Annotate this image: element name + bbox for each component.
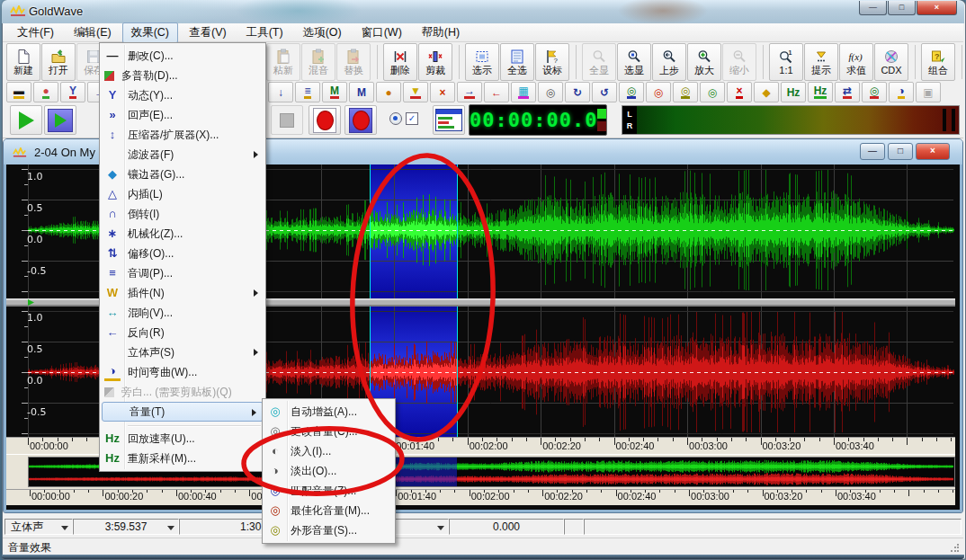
- effect-shortcut-button[interactable]: M: [349, 82, 374, 102]
- length-display[interactable]: 3:59.537: [73, 519, 179, 535]
- effect-shortcut-button[interactable]: ▬: [6, 82, 31, 102]
- effects-menu-item[interactable]: [101, 422, 264, 429]
- effects-menu-item[interactable]: W 插件(N): [101, 283, 264, 303]
- effect-shortcut-button[interactable]: Hz: [808, 82, 833, 102]
- effects-menu-item[interactable]: ↕ 压缩器/扩展器(X)...: [101, 125, 264, 145]
- effect-shortcut-button[interactable]: ◎: [538, 82, 563, 102]
- toolbar-button[interactable]: 11:1: [769, 43, 803, 81]
- effect-shortcut-button[interactable]: ×: [727, 82, 752, 102]
- effect-shortcut-button[interactable]: ●: [33, 82, 58, 102]
- toolbar-button[interactable]: f(x)求值: [839, 43, 873, 81]
- record-selection-button[interactable]: [344, 105, 377, 135]
- toolbar-button[interactable]: 替换: [336, 43, 371, 81]
- menu-bar-item[interactable]: 查看(V): [180, 22, 236, 43]
- toolbar-button[interactable]: ?组合: [921, 43, 955, 81]
- effect-shortcut-button[interactable]: ↺: [592, 82, 617, 102]
- toolbar-button[interactable]: 选显: [617, 43, 651, 81]
- effects-menu-item[interactable]: 音量(T): [102, 402, 264, 422]
- effect-shortcut-button[interactable]: ◆: [754, 82, 779, 102]
- effect-shortcut-button[interactable]: ≡: [295, 82, 320, 102]
- monitor-checkbox[interactable]: ✓: [406, 112, 418, 125]
- effects-menu-item[interactable]: ↔ 混响(V)...: [101, 303, 264, 323]
- effect-shortcut-button[interactable]: ←: [484, 82, 509, 102]
- effect-shortcut-button[interactable]: ⇄: [835, 82, 860, 102]
- play-selection-button[interactable]: [44, 105, 76, 135]
- close-button[interactable]: ×: [917, 1, 957, 15]
- stop-button[interactable]: [271, 105, 303, 135]
- menu-bar-item[interactable]: 编辑(E): [65, 22, 121, 43]
- effects-menu-item[interactable]: △ 内插(L): [101, 184, 264, 204]
- effect-shortcut-button[interactable]: Y: [60, 82, 85, 102]
- doc-close-button[interactable]: ×: [916, 143, 950, 160]
- effect-shortcut-button[interactable]: M: [322, 82, 347, 102]
- effect-shortcut-button[interactable]: ▦: [511, 82, 536, 102]
- toolbar-button[interactable]: 放大: [687, 43, 721, 81]
- volume-submenu-item[interactable]: ◎ 自动增益(A)...: [264, 402, 394, 422]
- toolbar-button[interactable]: 提示: [804, 43, 838, 81]
- effect-shortcut-button[interactable]: ▣: [916, 82, 941, 102]
- maximize-button[interactable]: □: [888, 1, 916, 15]
- toolbar-button[interactable]: 混音: [301, 43, 335, 81]
- effect-shortcut-button[interactable]: ◎: [673, 82, 698, 102]
- menu-bar-item[interactable]: 窗口(W): [353, 22, 411, 43]
- effects-menu-item[interactable]: — 删改(C)...: [101, 46, 264, 66]
- effects-menu-item[interactable]: 滤波器(F): [101, 145, 264, 164]
- effect-shortcut-button[interactable]: ×: [430, 82, 455, 102]
- toolbar-button[interactable]: 粘新: [266, 43, 300, 81]
- toolbar-button[interactable]: ?设标: [535, 43, 569, 81]
- resize-grip[interactable]: [950, 544, 959, 553]
- effects-menu-item[interactable]: 旁白... (需要剪贴板)(Q): [101, 382, 264, 402]
- effect-shortcut-button[interactable]: ▼: [403, 82, 428, 102]
- effect-shortcut-button[interactable]: ◑: [889, 82, 914, 102]
- volume-submenu-item[interactable]: ◎ 更改音量(C)...: [264, 422, 394, 441]
- channel-mode-select[interactable]: 立体声: [4, 519, 73, 535]
- effects-menu-item[interactable]: ◑ 时间弯曲(W)...: [101, 362, 264, 382]
- effects-menu-item[interactable]: 立体声(S): [101, 342, 264, 362]
- volume-submenu-item[interactable]: ◐ 淡入(I)...: [264, 441, 394, 461]
- effect-shortcut-button[interactable]: →: [457, 82, 482, 102]
- toolbar-button[interactable]: 上步: [652, 43, 686, 81]
- toolbar-button[interactable]: 剪裁: [418, 43, 452, 81]
- menu-bar-item[interactable]: 选项(O): [294, 22, 351, 43]
- volume-submenu-item[interactable]: ◎ 外形音量(S)...: [264, 520, 394, 540]
- toolbar-button[interactable]: 新建: [6, 43, 40, 81]
- effects-menu-item[interactable]: ≡ 音调(P)...: [101, 263, 264, 283]
- effect-shortcut-button[interactable]: ↻: [565, 82, 590, 102]
- effects-menu-item[interactable]: Hz 回放速率(U)...: [101, 429, 264, 449]
- effect-shortcut-button[interactable]: ◎: [646, 82, 671, 102]
- effects-menu-item[interactable]: ∗ 机械化(Z)...: [101, 224, 264, 244]
- toolbar-button[interactable]: 缩小: [722, 43, 756, 81]
- effects-menu-item[interactable]: Hz 重新采样(M)...: [101, 449, 264, 468]
- minimize-button[interactable]: —: [859, 1, 887, 15]
- menu-bar-item[interactable]: 文件(F): [8, 22, 63, 43]
- toolbar-button[interactable]: 全选: [500, 43, 534, 81]
- menu-bar-item[interactable]: 工具(T): [237, 22, 292, 43]
- effect-shortcut-button[interactable]: ◎: [700, 82, 725, 102]
- effect-shortcut-button[interactable]: ◎: [619, 82, 644, 102]
- effects-menu-item[interactable]: Y 动态(Y)...: [101, 85, 264, 105]
- effect-shortcut-button[interactable]: Hz: [781, 82, 806, 102]
- toolbar-button[interactable]: 打开: [41, 43, 76, 81]
- toolbar-button[interactable]: 删除: [383, 43, 417, 81]
- device-controls-button[interactable]: [433, 105, 465, 135]
- toolbar-button[interactable]: 选示: [465, 43, 499, 81]
- volume-submenu-item[interactable]: ◎ 匹配音量(Z)...: [264, 481, 394, 501]
- volume-submenu-item[interactable]: ◑ 淡出(O)...: [264, 461, 394, 481]
- effects-menu-item[interactable]: » 回声(E)...: [101, 105, 264, 125]
- effects-menu-item[interactable]: ◆ 镶边器(G)...: [101, 164, 264, 184]
- menu-bar-item[interactable]: 帮助(H): [413, 22, 469, 43]
- toolbar-button[interactable]: CDX: [874, 43, 908, 81]
- record-button[interactable]: [309, 105, 341, 135]
- effect-shortcut-button[interactable]: ◎: [862, 82, 887, 102]
- menu-bar-item[interactable]: 效果(C): [122, 22, 178, 43]
- volume-submenu-item[interactable]: ◎ 最佳化音量(M)...: [264, 501, 394, 520]
- doc-minimize-button[interactable]: —: [860, 143, 885, 160]
- doc-restore-button[interactable]: □: [888, 143, 913, 160]
- effects-menu-item[interactable]: 多普勒(D)...: [101, 66, 264, 85]
- effect-shortcut-button[interactable]: ●: [376, 82, 401, 102]
- monitor-radio[interactable]: [389, 112, 402, 125]
- play-button[interactable]: [10, 105, 42, 135]
- effects-menu-item[interactable]: ⇅ 偏移(O)...: [101, 244, 264, 263]
- effects-menu-item[interactable]: ∩ 倒转(I): [101, 204, 264, 224]
- toolbar-button[interactable]: 全显: [582, 43, 616, 81]
